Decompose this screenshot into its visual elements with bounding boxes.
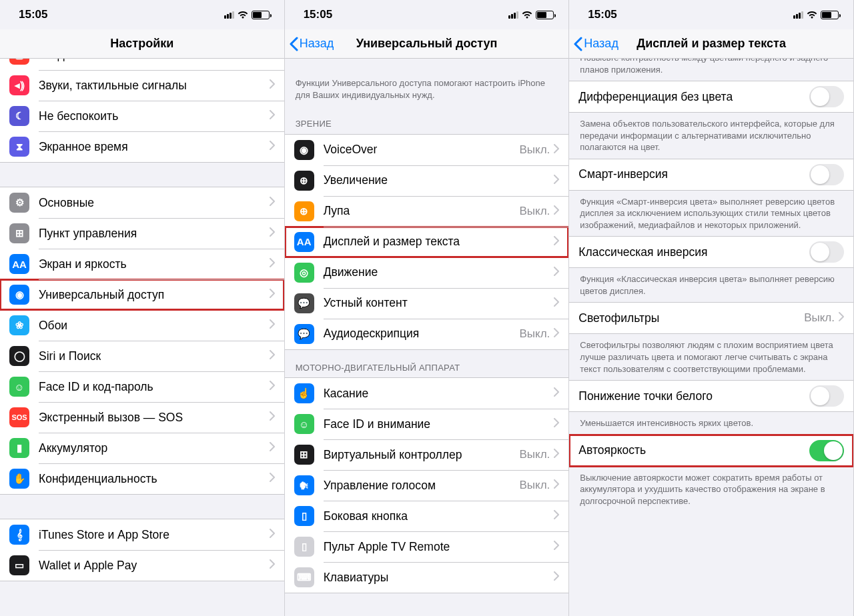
row-label: Дисплей и размер текста [324, 235, 554, 249]
list-item[interactable]: ✋Конфиденциальность [0, 463, 284, 494]
list-item[interactable]: 💬Устный контент [285, 288, 569, 319]
list-item[interactable]: ☝Касание [285, 378, 569, 409]
settings-group: Понижение точки белого [569, 380, 853, 412]
chevron-right-icon [270, 110, 275, 122]
list-item[interactable]: ❀Обои [0, 310, 284, 341]
list-item[interactable]: Смарт-инверсия [569, 159, 853, 190]
toggle-switch[interactable] [809, 440, 844, 461]
row-label: Автояркость [578, 443, 809, 457]
row-label: Конфиденциальность [39, 472, 270, 486]
list-item[interactable]: Автояркость [569, 435, 853, 466]
row-label: Siri и Поиск [39, 349, 270, 363]
chevron-right-icon [270, 59, 275, 61]
list-item[interactable]: ◉VoiceOverВыкл. [285, 135, 569, 165]
page-title: Дисплей и размер текста [636, 37, 786, 51]
privacy-icon: ✋ [9, 469, 29, 489]
row-label: Экранное время [39, 140, 270, 154]
list-item[interactable]: СветофильтрыВыкл. [569, 303, 853, 333]
nav-header: Настройки [0, 29, 284, 59]
row-value: Выкл. [519, 479, 550, 492]
list-item[interactable]: 𝄞iTunes Store и App Store [0, 519, 284, 550]
display-text-scroll[interactable]: Повысьте контрастность между цветами пер… [569, 59, 853, 616]
status-right [508, 10, 554, 19]
chevron-right-icon [554, 541, 559, 553]
chevron-right-icon [270, 411, 275, 423]
faceid-att-icon: ☺ [294, 414, 314, 434]
list-item[interactable]: Понижение точки белого [569, 381, 853, 411]
list-item[interactable]: ☺Face ID и внимание [285, 409, 569, 439]
row-label: Понижение точки белого [578, 389, 809, 403]
row-label: Боковая кнопка [324, 509, 554, 523]
accessibility-scroll[interactable]: Функции Универсального доступа помогают … [285, 59, 569, 616]
chevron-left-icon [573, 37, 582, 51]
toggle-switch[interactable] [809, 164, 844, 185]
accessibility-icon: ◉ [9, 285, 29, 305]
status-time: 15:05 [588, 8, 616, 21]
list-item[interactable]: ▯Пульт Apple TV Remote [285, 531, 569, 562]
row-label: Движение [324, 265, 554, 279]
settings-group: ▢Уведомления◂⸩Звуки, тактильные сигналы☾… [0, 59, 284, 163]
list-item[interactable]: ▭Wallet и Apple Pay [0, 550, 284, 581]
chevron-right-icon [554, 297, 559, 309]
toggle-switch[interactable] [809, 241, 844, 263]
wallet-icon: ▭ [9, 555, 29, 575]
list-item[interactable]: ▯Боковая кнопка [285, 501, 569, 531]
faceid-icon: ☺ [9, 377, 29, 397]
list-item[interactable]: ☺Face ID и код-пароль [0, 371, 284, 402]
control-icon: ⊞ [9, 223, 29, 243]
sidebutton-icon: ▯ [294, 506, 314, 526]
list-item[interactable]: 💬АудиодескрипцияВыкл. [285, 319, 569, 349]
list-item[interactable]: ⌨Клавиатуры [285, 562, 569, 593]
chevron-right-icon [554, 387, 559, 399]
row-label: Уведомления [39, 59, 270, 62]
row-label: Увеличение [324, 173, 554, 187]
settings-group: СветофильтрыВыкл. [569, 302, 853, 334]
list-item[interactable]: ◉Универсальный доступ [0, 279, 284, 310]
list-item[interactable]: Дифференциация без цвета [569, 81, 853, 112]
settings-group: 𝄞iTunes Store и App Store▭Wallet и Apple… [0, 519, 284, 581]
list-item[interactable]: ◎Движение [285, 257, 569, 288]
list-item[interactable]: ⚙Основные [0, 187, 284, 218]
intro-text: Функции Универсального доступа помогают … [285, 72, 569, 106]
row-label: Светофильтры [578, 311, 804, 325]
row-label: Виртуальный контроллер [324, 448, 520, 462]
toggle-switch[interactable] [809, 86, 844, 107]
list-item[interactable]: ▢Уведомления [0, 59, 284, 70]
status-right [224, 10, 270, 19]
list-item[interactable]: ◯Siri и Поиск [0, 341, 284, 371]
list-item[interactable]: ☾Не беспокоить [0, 101, 284, 131]
list-item[interactable]: ⊞Пункт управления [0, 218, 284, 249]
chevron-right-icon [270, 197, 275, 209]
settings-scroll[interactable]: ▢Уведомления◂⸩Звуки, тактильные сигналы☾… [0, 59, 284, 616]
chevron-left-icon [289, 37, 298, 51]
row-label: Управление голосом [324, 479, 520, 493]
list-item[interactable]: AAДисплей и размер текста [285, 227, 569, 257]
list-item[interactable]: ▮Аккумулятор [0, 433, 284, 463]
row-label: Лупа [324, 204, 520, 218]
page-title: Универсальный доступ [356, 37, 498, 51]
list-item[interactable]: ⊕Увеличение [285, 165, 569, 196]
chevron-right-icon [270, 319, 275, 331]
list-item[interactable]: Классическая инверсия [569, 237, 853, 267]
row-label: Касание [324, 387, 554, 401]
nav-header: Назад Универсальный доступ [285, 29, 569, 59]
list-item[interactable]: SOSЭкстренный вызов — SOS [0, 402, 284, 433]
row-label: Смарт-инверсия [578, 167, 809, 181]
back-button[interactable]: Назад [573, 29, 618, 58]
section-footer: Функция «Классическая инверсия цвета» вы… [569, 268, 853, 302]
list-item[interactable]: ⊕ЛупаВыкл. [285, 196, 569, 227]
list-item[interactable]: 🗣Управление голосомВыкл. [285, 470, 569, 501]
list-item[interactable]: ⧗Экранное время [0, 131, 284, 162]
row-label: Face ID и код-пароль [39, 380, 270, 394]
list-item[interactable]: AAЭкран и яркость [0, 249, 284, 279]
row-label: Экран и яркость [39, 257, 270, 271]
row-label: Пункт управления [39, 227, 270, 241]
list-item[interactable]: ⊞Виртуальный контроллерВыкл. [285, 439, 569, 470]
row-label: Wallet и Apple Pay [39, 559, 270, 573]
toggle-switch[interactable] [809, 385, 844, 407]
row-label: Пульт Apple TV Remote [324, 540, 554, 554]
back-button[interactable]: Назад [289, 29, 334, 58]
chevron-right-icon [554, 479, 559, 491]
list-item[interactable]: ◂⸩Звуки, тактильные сигналы [0, 70, 284, 101]
signal-icon [793, 11, 803, 19]
